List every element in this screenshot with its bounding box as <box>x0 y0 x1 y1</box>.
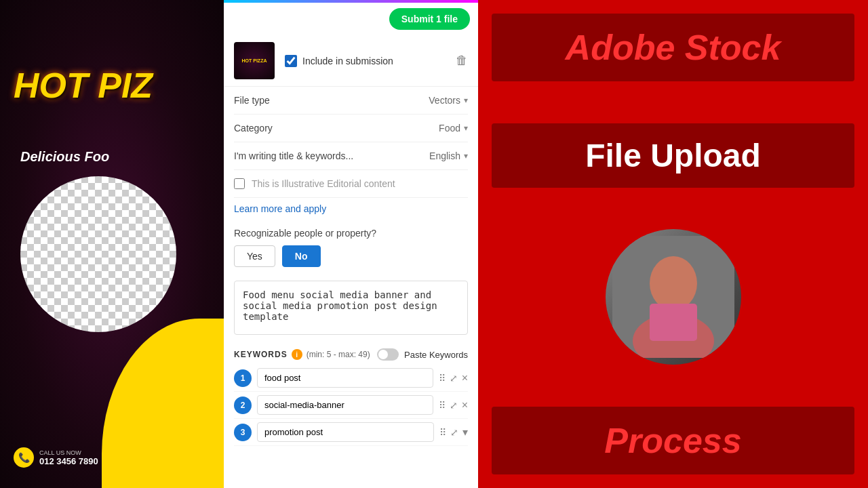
include-checkbox[interactable] <box>285 55 297 67</box>
phone-text: CALL US NOW 012 3456 7890 <box>39 449 98 466</box>
phone-icon: 📞 <box>14 447 34 468</box>
pizza-title: HOT PIZ <box>14 68 153 103</box>
keyword-num-1: 1 <box>234 369 252 387</box>
learn-more-link[interactable]: Learn more and apply <box>234 198 468 220</box>
keyword-row-2: 2 ⠿ ⤢ × <box>234 392 468 419</box>
language-label: I'm writing title & keywords... <box>234 150 353 161</box>
category-select[interactable]: Food ▾ <box>439 123 468 134</box>
recognizable-section: Recognizable people or property? Yes No <box>234 220 468 275</box>
profile-photo <box>606 229 741 365</box>
submit-bar: Submit 1 file <box>224 3 478 35</box>
drag-icon-3[interactable]: ⠿ <box>439 427 446 438</box>
adobe-stock-banner: Adobe Stock <box>492 14 854 81</box>
language-select[interactable]: English ▾ <box>429 150 468 161</box>
keyword-icons-2: ⠿ ⤢ × <box>439 399 468 411</box>
paste-label: Paste Keywords <box>404 350 468 360</box>
remove-icon-3[interactable]: ▾ <box>462 426 468 439</box>
editorial-checkbox[interactable] <box>234 178 245 189</box>
thumb-inner: HOT PIZZA <box>234 42 275 79</box>
recognizable-label: Recognizable people or property? <box>234 228 468 239</box>
adobe-stock-text: Adobe Stock <box>505 27 841 68</box>
file-type-value: Vectors <box>429 95 460 106</box>
profile-circle <box>606 229 741 365</box>
preview-subtitle: Delicious Foo <box>20 149 109 165</box>
expand-icon-2[interactable]: ⤢ <box>450 400 458 411</box>
expand-icon-1[interactable]: ⤢ <box>450 373 458 384</box>
keyword-input-2[interactable] <box>257 395 433 415</box>
file-thumbnail: HOT PIZZA <box>234 42 275 79</box>
keywords-label: KEYWORDS <box>234 350 288 359</box>
remove-icon-2[interactable]: × <box>462 399 468 411</box>
form-section: File type Vectors ▾ Category Food ▾ I'm … <box>224 87 478 446</box>
keyword-icons-3: ⠿ ⤢ ▾ <box>439 426 468 439</box>
paste-toggle[interactable] <box>377 348 399 361</box>
delete-icon[interactable]: 🗑 <box>456 54 468 68</box>
yes-button[interactable]: Yes <box>234 245 275 267</box>
file-type-select[interactable]: Vectors ▾ <box>429 95 468 106</box>
svg-rect-3 <box>650 304 697 341</box>
yes-no-row: Yes No <box>234 245 468 267</box>
file-upload-banner: File Upload <box>492 123 854 188</box>
expand-icon-3[interactable]: ⤢ <box>450 427 458 438</box>
right-panel: Adobe Stock File Upload Process <box>478 0 868 488</box>
keywords-left: KEYWORDS i (min: 5 - max: 49) <box>234 349 370 360</box>
process-banner: Process <box>492 407 854 474</box>
info-icon[interactable]: i <box>292 349 302 360</box>
editorial-label: This is Illustrative Editorial content <box>252 178 395 189</box>
keywords-header: KEYWORDS i (min: 5 - max: 49) Paste Keyw… <box>234 343 468 365</box>
editorial-row: This is Illustrative Editorial content <box>234 170 468 198</box>
title-textarea[interactable]: Food menu social media banner and social… <box>234 281 468 335</box>
process-text: Process <box>505 420 841 461</box>
keyword-icons-1: ⠿ ⤢ × <box>439 372 468 384</box>
drag-icon-2[interactable]: ⠿ <box>439 400 446 411</box>
category-value: Food <box>439 123 460 134</box>
file-type-row: File type Vectors ▾ <box>234 87 468 115</box>
submit-button[interactable]: Submit 1 file <box>389 8 470 30</box>
keyword-row-3: 3 ⠿ ⤢ ▾ <box>234 419 468 446</box>
file-upload-text: File Upload <box>505 137 841 174</box>
drag-icon-1[interactable]: ⠿ <box>439 373 446 384</box>
preview-panel: HOT PIZ Delicious Foo 📞 CALL US NOW 012 … <box>0 0 224 488</box>
phone-info: 📞 CALL US NOW 012 3456 7890 <box>14 447 98 468</box>
keywords-right: Paste Keywords <box>377 348 468 361</box>
toggle-dot <box>378 350 388 359</box>
category-label: Category <box>234 123 273 134</box>
keyword-input-3[interactable] <box>257 422 434 442</box>
upload-form-panel: Submit 1 file HOT PIZZA Include in submi… <box>224 0 478 488</box>
image-placeholder <box>20 176 176 332</box>
svg-point-1 <box>650 256 697 310</box>
file-type-label: File type <box>234 95 270 106</box>
language-arrow: ▾ <box>464 151 468 161</box>
file-type-arrow: ▾ <box>464 96 468 105</box>
remove-icon-1[interactable]: × <box>462 372 468 384</box>
language-row: I'm writing title & keywords... English … <box>234 142 468 170</box>
category-arrow: ▾ <box>464 123 468 133</box>
file-row: HOT PIZZA Include in submission 🗑 <box>224 35 478 87</box>
category-row: Category Food ▾ <box>234 115 468 142</box>
keyword-num-3: 3 <box>234 424 252 441</box>
keyword-num-2: 2 <box>234 396 252 414</box>
keyword-input-1[interactable] <box>257 368 433 388</box>
include-label: Include in submission <box>302 56 393 66</box>
keywords-hint: (min: 5 - max: 49) <box>307 350 370 359</box>
include-submission: Include in submission <box>285 55 446 67</box>
keyword-row-1: 1 ⠿ ⤢ × <box>234 365 468 392</box>
no-button[interactable]: No <box>282 245 321 267</box>
language-value: English <box>429 150 460 161</box>
